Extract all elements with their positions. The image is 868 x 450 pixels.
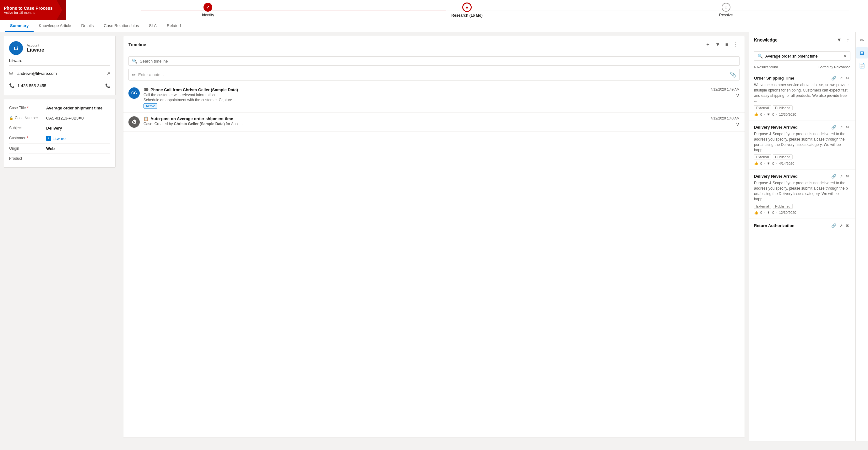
knowledge-items: Order Shipping Time 🔗 ↗ ✉ We value custo… <box>749 72 856 441</box>
email-action-icon[interactable]: ↗ <box>107 71 110 76</box>
timeline-items: CG ☎ Phone Call from Christa Geller (Sam… <box>123 84 745 437</box>
ka-link-button-1[interactable]: 🔗 <box>830 75 837 81</box>
tl-expand-2[interactable]: ∨ <box>736 121 740 128</box>
ka-email-button-1[interactable]: ✉ <box>845 75 850 81</box>
ka-likes-1: 0 <box>760 113 762 116</box>
ka-actions-3: 🔗 ↗ ✉ <box>830 173 850 179</box>
ka-email-button-2[interactable]: ✉ <box>845 124 850 130</box>
ka-share-button-3[interactable]: ↗ <box>838 173 844 179</box>
timeline-search-input[interactable] <box>140 59 736 63</box>
knowledge-search-clear[interactable]: ✕ <box>843 54 847 58</box>
results-count: 6 Results found <box>754 65 778 69</box>
ka-likes-3: 0 <box>760 211 762 215</box>
email-row: ✉ andrewr@litware.com ↗ <box>9 69 110 78</box>
process-step-identify[interactable]: ✓ Identify <box>79 3 338 17</box>
ka-footer-3: 👍 0 · 👁 0 · 12/30/2020 <box>754 211 850 215</box>
sidebar-edit-icon[interactable]: ✏ <box>857 35 868 46</box>
ka-views-icon-1: 👁 <box>767 113 770 116</box>
knowledge-filter-button[interactable]: ▼ <box>835 36 843 44</box>
left-panel: Li Account Litware Litware ✉ andrewr@lit… <box>0 32 119 441</box>
case-row-origin: Origin Web <box>9 144 110 154</box>
knowledge-search-input[interactable] <box>765 54 841 58</box>
tl-expand-1[interactable]: ∨ <box>736 92 740 99</box>
ka-tags-1: External Published <box>754 105 850 110</box>
ka-share-button-2[interactable]: ↗ <box>838 124 844 130</box>
ka-tag-published-3: Published <box>773 204 792 209</box>
account-card: Li Account Litware Litware ✉ andrewr@lit… <box>4 36 116 95</box>
note-placeholder[interactable]: Enter a note... <box>138 72 727 77</box>
tab-details[interactable]: Details <box>76 20 99 32</box>
process-header: Phone to Case Process Active for 16 mont… <box>0 0 57 20</box>
ka-share-button-1[interactable]: ↗ <box>838 75 844 81</box>
phone-icon: 📞 <box>9 83 15 88</box>
account-sq-icon: A <box>46 136 51 141</box>
ka-actions-1: 🔗 ↗ ✉ <box>830 75 850 81</box>
ka-tags-2: External Published <box>754 154 850 160</box>
account-name: Litware <box>27 47 44 53</box>
phone-action-icon[interactable]: 📞 <box>105 83 110 88</box>
case-value-subject: Delivery <box>46 126 62 131</box>
account-info: Account Litware <box>27 44 44 53</box>
tab-summary[interactable]: Summary <box>5 20 34 32</box>
ka-likes-icon-1: 👍 <box>754 112 758 116</box>
case-row-subject: Subject Delivery <box>9 123 110 133</box>
nav-tabs: Summary Knowledge Article Details Case R… <box>0 20 868 32</box>
case-value-customer[interactable]: A Litware <box>46 136 66 141</box>
ka-likes-icon-2: 👍 <box>754 161 758 165</box>
knowledge-sort-button[interactable]: ↕ <box>845 36 850 44</box>
timeline-add-button[interactable]: ＋ <box>704 40 712 49</box>
tab-related[interactable]: Related <box>162 20 186 32</box>
process-bar: Phone to Case Process Active for 16 mont… <box>0 0 868 20</box>
account-label: Account <box>27 44 44 47</box>
ka-date-1: 12/30/2020 <box>779 113 796 116</box>
ka-share-button-4[interactable]: ↗ <box>838 223 844 229</box>
sidebar-grid-icon[interactable]: ⊞ <box>857 47 868 58</box>
ka-date-3: 12/30/2020 <box>779 211 796 215</box>
tl-desc-1b: Schedule an appointment with the custome… <box>144 98 698 102</box>
sidebar-doc-icon[interactable]: 📄 <box>857 60 868 71</box>
knowledge-item-4: Return Authorization 🔗 ↗ ✉ <box>749 219 856 234</box>
ka-views-3: 0 <box>772 211 774 215</box>
company-name: Litware <box>9 58 110 66</box>
tab-knowledge-article[interactable]: Knowledge Article <box>34 20 76 32</box>
timeline-avatar-auto: ⚙ <box>128 116 140 128</box>
process-step-resolve[interactable]: ○ Resolve <box>596 3 856 17</box>
knowledge-item-2: Delivery Never Arrived 🔗 ↗ ✉ Purpose & S… <box>749 120 856 169</box>
ka-likes-2: 0 <box>760 162 762 165</box>
avatar-initials: Li <box>14 46 18 51</box>
timeline-search-icon: 🔍 <box>132 58 137 63</box>
timeline-title: Timeline <box>128 42 702 47</box>
ka-link-button-3[interactable]: 🔗 <box>830 173 837 179</box>
tl-desc-2a: Case: Created by Christa Geller (Sample … <box>144 122 698 126</box>
case-label-subject: Subject <box>9 126 44 130</box>
knowledge-item-1: Order Shipping Time 🔗 ↗ ✉ We value custo… <box>749 72 856 120</box>
timeline-item: CG ☎ Phone Call from Christa Geller (Sam… <box>123 84 745 113</box>
timeline-item-content-2: 📋 Auto-post on Average order shipment ti… <box>144 116 698 126</box>
tab-case-relationships[interactable]: Case Relationships <box>99 20 144 32</box>
case-row-product: Product --- <box>9 154 110 164</box>
note-attach-icon[interactable]: 📎 <box>730 72 736 78</box>
lock-icon: 🔒 <box>9 116 13 120</box>
ka-email-button-4[interactable]: ✉ <box>845 223 850 229</box>
tab-sla[interactable]: SLA <box>144 20 162 32</box>
ka-tag-external-3: External <box>754 204 771 209</box>
ka-title-2: Delivery Never Arrived <box>754 125 798 130</box>
timeline-item-title-1: ☎ Phone Call from Christa Geller (Sample… <box>144 87 698 92</box>
email-value: andrewr@litware.com <box>17 71 104 76</box>
ka-title-4: Return Authorization <box>754 223 795 228</box>
note-input-row: ✏ Enter a note... 📎 <box>128 69 740 81</box>
phone-row: 📞 1-425-555-3455 📞 <box>9 81 110 90</box>
process-step-research[interactable]: ● Research (16 Mo) <box>338 2 597 18</box>
tl-time-2: 4/12/2020 1:48 AM <box>711 116 740 120</box>
timeline-filter-button[interactable]: ▼ <box>714 40 722 49</box>
ka-link-button-4[interactable]: 🔗 <box>830 223 837 229</box>
timeline-more-button[interactable]: ⋮ <box>732 40 740 49</box>
timeline-sort-button[interactable]: ≡ <box>724 40 730 49</box>
case-row-title: Case Title * Average order shipment time <box>9 103 110 113</box>
step-label-resolve: Resolve <box>719 13 733 17</box>
ka-link-button-2[interactable]: 🔗 <box>830 124 837 130</box>
ka-email-button-3[interactable]: ✉ <box>845 173 850 179</box>
process-subtitle: Active for 16 months <box>4 11 53 15</box>
ka-header-2: Delivery Never Arrived 🔗 ↗ ✉ <box>754 124 850 130</box>
knowledge-title: Knowledge <box>754 37 833 43</box>
